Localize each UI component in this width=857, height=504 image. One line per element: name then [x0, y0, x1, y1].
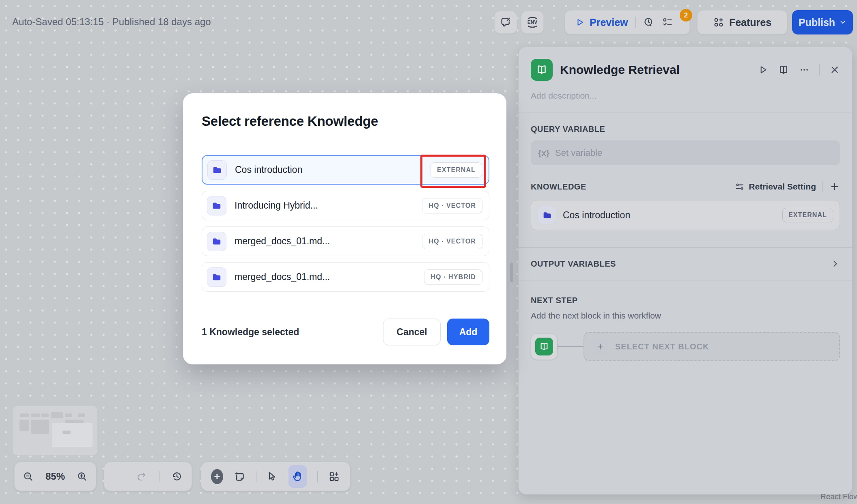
autosave-status: Auto-Saved 05:13:15 · Published 18 days …: [12, 16, 211, 28]
chevron-down-icon: [839, 19, 846, 26]
selection-summary: 1 Knowledge selected: [202, 327, 299, 338]
knowledge-option-name: Cos introduction: [235, 164, 302, 175]
add-button[interactable]: Add: [447, 319, 489, 345]
minimap-node: [78, 414, 85, 417]
minimap-node: [51, 412, 63, 418]
redo-icon[interactable]: [136, 471, 147, 482]
node-connector-line: [558, 346, 584, 347]
features-button[interactable]: Features: [697, 10, 787, 34]
workflow-editor: { "topbar": { "status_text": "Auto-Saved…: [0, 0, 857, 504]
knowledge-type-badge: EXTERNAL: [431, 162, 482, 178]
select-knowledge-modal: Select reference Knowledge Cos introduct…: [183, 93, 506, 364]
env-variables-button[interactable]: ENV: [521, 11, 544, 34]
knowledge-type-badge: HQ · VECTOR: [422, 234, 482, 249]
zoom-level[interactable]: 85%: [45, 471, 65, 482]
knowledge-label: KNOWLEDGE: [531, 182, 586, 192]
next-step-label: NEXT STEP: [531, 296, 840, 305]
hand-tool-button[interactable]: [289, 465, 307, 488]
checklist-icon[interactable]: [662, 17, 673, 28]
panel-header: Knowledge Retrieval: [531, 58, 840, 81]
knowledge-option-name: merged_docs_01.md...: [235, 236, 330, 247]
divider: [819, 64, 820, 75]
next-step-description: Add the next block in this workflow: [531, 311, 840, 321]
variable-icon: {x}: [538, 148, 549, 158]
organize-blocks-icon[interactable]: [328, 471, 340, 482]
features-icon: [713, 17, 724, 28]
folder-icon: [538, 206, 556, 224]
history-icon[interactable]: [171, 471, 183, 482]
play-icon: [575, 17, 585, 27]
cancel-button[interactable]: Cancel: [383, 319, 441, 345]
divider: [519, 112, 852, 112]
scrollbar-thumb[interactable]: [510, 263, 513, 282]
add-knowledge-icon[interactable]: [829, 181, 840, 192]
sliders-icon: [735, 182, 745, 192]
zoom-in-icon[interactable]: [77, 471, 88, 482]
minimap-node: [65, 420, 84, 423]
folder-icon: [207, 160, 227, 180]
minimap-node: [52, 423, 93, 447]
output-variables-section[interactable]: OUTPUT VARIABLES: [531, 248, 840, 280]
preview-button[interactable]: Preview: [575, 17, 628, 28]
add-note-icon[interactable]: [234, 471, 245, 482]
knowledge-card[interactable]: Cos introduction EXTERNAL: [531, 200, 840, 230]
env-icon: ENV: [525, 15, 539, 29]
knowledge-option[interactable]: merged_docs_01.md... HQ · VECTOR: [202, 226, 489, 256]
divider: [256, 471, 256, 482]
select-next-block-button[interactable]: + SELECT NEXT BLOCK: [584, 332, 840, 361]
more-options-icon[interactable]: [799, 65, 810, 75]
knowledge-type-badge: EXTERNAL: [782, 208, 833, 222]
knowledge-retrieval-node-icon: [535, 338, 553, 355]
zoom-out-icon[interactable]: [23, 471, 34, 482]
chevron-right-icon: [830, 259, 840, 269]
knowledge-list: Cos introduction EXTERNAL Introducing Hy…: [202, 155, 489, 292]
retrieval-setting-button[interactable]: Retrieval Setting: [735, 182, 816, 192]
canvas-toolbar: +: [201, 462, 350, 491]
divider: [317, 471, 318, 482]
version-history-icon[interactable]: [643, 17, 655, 28]
query-variable-label: QUERY VARIABLE: [531, 125, 840, 134]
folder-icon: [207, 196, 226, 215]
folder-icon: [207, 232, 226, 251]
knowledge-name: Cos introduction: [563, 210, 630, 221]
minimap-node: [41, 414, 49, 417]
knowledge-type-badge: HQ · HYBRID: [424, 269, 482, 285]
add-block-button[interactable]: +: [211, 469, 223, 484]
modal-footer: 1 Knowledge selected Cancel Add: [202, 319, 489, 345]
knowledge-option[interactable]: merged_docs_01.md... HQ · HYBRID: [202, 262, 489, 292]
canvas-minimap[interactable]: [13, 406, 97, 455]
knowledge-retrieval-node-icon: [531, 59, 553, 81]
undo-icon[interactable]: [113, 471, 124, 482]
close-panel-icon[interactable]: [829, 65, 840, 75]
knowledge-option-name: Introducing Hybrid...: [235, 200, 318, 211]
pointer-tool-icon[interactable]: [267, 471, 278, 482]
knowledge-option-name: merged_docs_01.md...: [235, 271, 330, 282]
plus-icon: +: [592, 339, 608, 354]
chat-annotation-icon: [500, 16, 512, 28]
docs-icon[interactable]: [778, 64, 789, 75]
modal-title: Select reference Knowledge: [202, 114, 489, 129]
minimap-node: [65, 414, 72, 417]
divider: [519, 280, 852, 280]
run-node-icon[interactable]: [758, 65, 768, 75]
annotation-toggle-button[interactable]: [494, 11, 517, 34]
description-input[interactable]: Add description...: [531, 91, 840, 101]
divider: [823, 181, 823, 192]
zoom-control: 85%: [14, 462, 96, 491]
undo-redo-control: [104, 462, 192, 491]
run-toolbar-group: Preview: [565, 10, 690, 34]
publish-button[interactable]: Publish: [792, 10, 853, 34]
minimap-node: [20, 414, 29, 417]
minimap-node: [19, 420, 29, 431]
divider: [635, 17, 636, 28]
knowledge-type-badge: HQ · VECTOR: [422, 198, 482, 213]
query-variable-input[interactable]: {x} Set variable: [531, 140, 840, 165]
minimap-node: [31, 414, 40, 417]
folder-icon: [207, 267, 226, 287]
knowledge-option[interactable]: Introducing Hybrid... HQ · VECTOR: [202, 191, 489, 220]
divider: [159, 471, 159, 482]
hand-tool-icon: [292, 470, 304, 482]
minimap-node: [31, 420, 49, 434]
minimap-node: [62, 431, 71, 434]
knowledge-option[interactable]: Cos introduction EXTERNAL: [202, 155, 489, 185]
